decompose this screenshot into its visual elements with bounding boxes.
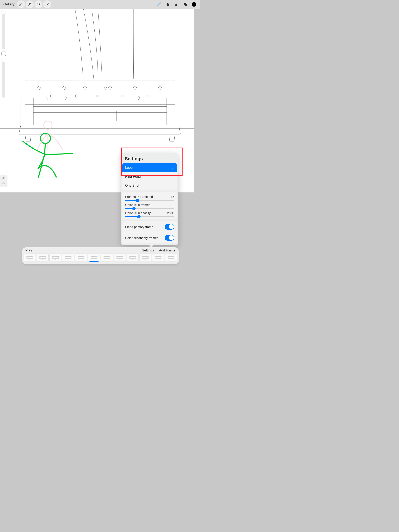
color-secondary-toggle[interactable] [165, 235, 174, 241]
wand-icon[interactable] [26, 0, 34, 8]
frame-thumb[interactable] [165, 253, 177, 261]
wrench-icon[interactable] [17, 0, 25, 8]
onion-opacity-slider[interactable] [125, 216, 174, 217]
frame-thumb[interactable] [37, 253, 49, 261]
gallery-button[interactable]: Gallery [2, 1, 16, 8]
arrow-cursor-icon[interactable] [43, 0, 51, 8]
onion-opacity-row[interactable]: Onion skin opacity25 % [125, 209, 174, 217]
mode-item-one-shot[interactable]: One Shot [122, 181, 177, 190]
frame-thumb[interactable] [114, 253, 126, 261]
redo-icon[interactable]: ↷ [2, 182, 6, 186]
add-frame-button[interactable]: Add Frame [159, 248, 175, 252]
frame-thumb[interactable] [127, 253, 139, 261]
svg-rect-18 [104, 256, 110, 258]
undo-icon[interactable]: ↶ [2, 176, 6, 180]
eraser-icon[interactable] [173, 0, 180, 8]
animation-timeline: Play Settings Add Frame [22, 247, 179, 264]
animation-settings-popover: Settings Loop✓Ping-PongOne Shot Frames P… [121, 153, 178, 245]
blend-primary-label: Blend primary frame [125, 225, 153, 228]
frame-thumb[interactable] [152, 253, 164, 261]
onion-frames-row[interactable]: Onion skin frames2 [125, 201, 174, 209]
svg-rect-20 [117, 256, 123, 258]
playback-mode-list: Loop✓Ping-PongOne Shot [122, 163, 177, 190]
svg-rect-10 [52, 256, 59, 258]
popover-title: Settings [121, 153, 178, 163]
svg-rect-8 [39, 256, 46, 258]
svg-rect-12 [65, 256, 71, 258]
frame-thumb[interactable] [62, 253, 74, 261]
smudge-icon[interactable] [164, 0, 172, 8]
fps-row[interactable]: Frames Per Second15 [125, 193, 174, 201]
layers-icon[interactable] [181, 0, 189, 8]
frame-strip[interactable] [22, 252, 179, 263]
undo-redo: ↶ ↷ [0, 175, 7, 187]
svg-rect-6 [27, 256, 33, 258]
mode-label: Loop [125, 166, 133, 170]
onion-frames-label: Onion skin frames [125, 203, 150, 207]
color-swatch[interactable] [190, 0, 198, 8]
svg-rect-28 [168, 256, 174, 258]
svg-point-4 [40, 133, 50, 143]
frame-thumb[interactable] [88, 253, 100, 261]
fps-label: Frames Per Second [125, 195, 153, 198]
svg-rect-26 [155, 256, 161, 258]
frame-thumb[interactable] [75, 253, 87, 261]
frame-thumb[interactable] [50, 253, 62, 261]
fps-value: 15 [171, 195, 174, 198]
brush-icon[interactable] [155, 0, 163, 8]
frame-thumb[interactable] [139, 253, 151, 261]
modify-button[interactable] [1, 51, 6, 56]
color-secondary-toggle-row: Color secondary frames [122, 232, 177, 243]
svg-rect-24 [142, 256, 148, 258]
svg-rect-1 [185, 4, 187, 6]
mode-item-ping-pong[interactable]: Ping-Pong [122, 172, 177, 181]
fps-slider[interactable] [125, 200, 174, 201]
blend-primary-toggle-row: Blend primary frame [122, 221, 177, 232]
left-rail [0, 9, 7, 187]
color-secondary-label: Color secondary frames [125, 236, 158, 240]
svg-rect-3 [25, 80, 175, 104]
svg-rect-16 [91, 256, 97, 258]
mode-label: One Shot [125, 184, 139, 187]
onion-opacity-value: 25 % [167, 211, 174, 215]
svg-rect-14 [78, 256, 84, 258]
select-s-icon[interactable] [34, 0, 42, 8]
frame-thumb[interactable] [101, 253, 113, 261]
svg-rect-22 [129, 256, 136, 258]
onion-opacity-label: Onion skin opacity [125, 211, 151, 215]
opacity-slider[interactable] [2, 58, 5, 98]
mode-label: Ping-Pong [125, 175, 141, 178]
onion-frames-slider[interactable] [125, 208, 174, 209]
checkmark-icon: ✓ [172, 166, 174, 170]
play-button[interactable]: Play [25, 248, 32, 252]
frame-thumb[interactable] [24, 253, 36, 261]
blend-primary-toggle[interactable] [165, 224, 174, 230]
timeline-settings-button[interactable]: Settings [142, 248, 154, 252]
brush-size-slider[interactable] [2, 10, 5, 50]
top-toolbar: Gallery [0, 0, 200, 9]
onion-frames-value: 2 [173, 203, 174, 207]
mode-item-loop[interactable]: Loop✓ [122, 163, 177, 172]
slider-section: Frames Per Second15 Onion skin frames2 O… [122, 192, 177, 219]
toggle-section: Blend primary frame Color secondary fram… [122, 221, 177, 243]
